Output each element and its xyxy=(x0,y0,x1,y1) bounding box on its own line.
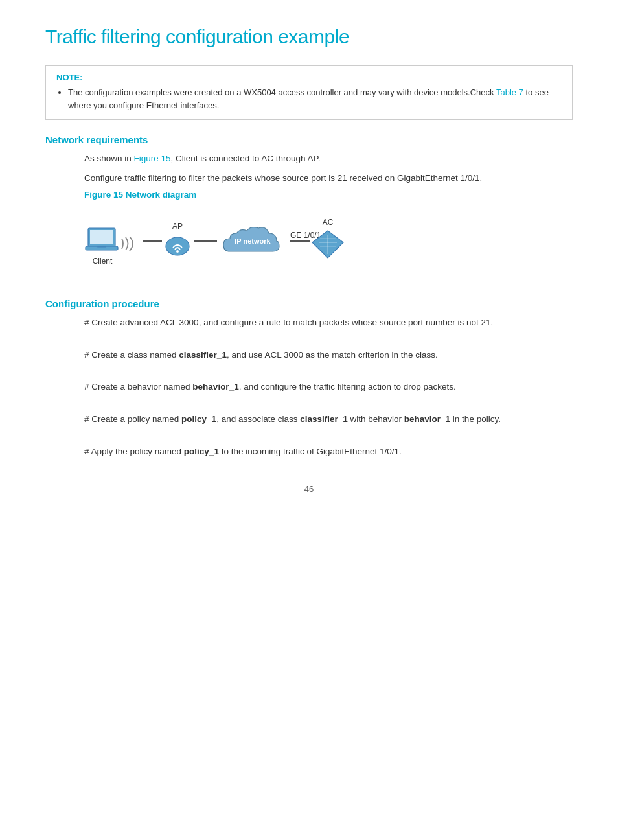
cloud-group: IP network xyxy=(217,223,288,259)
ip-network-cloud-icon: IP network xyxy=(217,223,288,259)
ap-icon xyxy=(163,233,192,258)
step4-bold1: policy_1 xyxy=(181,414,216,424)
table7-link[interactable]: Table 7 xyxy=(496,88,523,97)
step4-after: in the policy. xyxy=(450,414,501,424)
client-group: Client xyxy=(84,227,120,266)
ac-group: AC xyxy=(311,218,345,259)
page-title: Traffic filtering configuration example xyxy=(45,26,573,48)
step3-after: , and configure the traffic filtering ac… xyxy=(239,382,456,391)
step3-before: # Create a behavior named xyxy=(84,382,192,391)
network-requirements-heading: Network requirements xyxy=(45,134,573,145)
ap-group: AP xyxy=(163,222,192,258)
ac-label: AC xyxy=(323,218,334,227)
configuration-procedure-section: Configuration procedure # Create advance… xyxy=(45,298,573,458)
note-item: The configuration examples were created … xyxy=(68,86,562,111)
note-box: NOTE: The configuration examples were cr… xyxy=(45,65,573,120)
client-label: Client xyxy=(93,257,113,266)
step4-middle: , and associate class xyxy=(216,414,300,424)
step2-before: # Create a class named xyxy=(84,350,179,360)
note-label: NOTE: xyxy=(56,73,562,82)
configuration-procedure-body: # Create advanced ACL 3000, and configur… xyxy=(45,316,573,458)
step4-middle2: with behavior xyxy=(348,414,404,424)
ac-icon xyxy=(311,229,345,259)
config-step-2: # Create a class named classifier_1, and… xyxy=(84,348,573,362)
note-text-before: The configuration examples were created … xyxy=(68,88,496,97)
figure15-link[interactable]: Figure 15 xyxy=(134,154,171,163)
page-number: 46 xyxy=(45,484,573,494)
step2-bold1: classifier_1 xyxy=(179,350,227,360)
para2: Configure traffic filtering to filter th… xyxy=(84,171,573,185)
step5-bold1: policy_1 xyxy=(184,447,219,456)
step2-after: , and use ACL 3000 as the match criterio… xyxy=(227,350,438,360)
config-step-5: # Apply the policy named policy_1 to the… xyxy=(84,445,573,459)
para1: As shown in Figure 15, Client is connect… xyxy=(84,152,573,166)
config-step-4: # Create a policy named policy_1, and as… xyxy=(84,412,573,426)
wifi-waves-icon xyxy=(119,231,139,251)
step4-bold3: behavior_1 xyxy=(404,414,450,424)
line-client-ap xyxy=(143,240,162,242)
configuration-procedure-heading: Configuration procedure xyxy=(45,298,573,309)
title-divider xyxy=(45,56,573,56)
para1-before: As shown in xyxy=(84,154,134,163)
line-cloud-ac xyxy=(290,240,310,242)
figure-label: Figure 15 Network diagram xyxy=(84,190,573,200)
para1-after: , Client is connected to AC through AP. xyxy=(171,154,321,163)
step5-before: # Apply the policy named xyxy=(84,447,184,456)
network-diagram: Client AP xyxy=(84,207,573,285)
step3-bold1: behavior_1 xyxy=(192,382,238,391)
line-ap-cloud xyxy=(194,240,217,242)
step5-after: to the incoming traffic of GigabitEthern… xyxy=(219,447,402,456)
config-step-3: # Create a behavior named behavior_1, an… xyxy=(84,380,573,394)
svg-rect-1 xyxy=(90,230,113,244)
note-list: The configuration examples were created … xyxy=(56,86,562,111)
ap-label: AP xyxy=(172,222,183,231)
svg-point-5 xyxy=(176,250,179,253)
svg-text:IP network: IP network xyxy=(235,237,271,245)
svg-rect-3 xyxy=(97,246,106,248)
network-requirements-body: As shown in Figure 15, Client is connect… xyxy=(45,152,573,285)
step4-before: # Create a policy named xyxy=(84,414,181,424)
config-step-1: # Create advanced ACL 3000, and configur… xyxy=(84,316,573,330)
laptop-icon xyxy=(84,227,120,255)
step4-bold2: classifier_1 xyxy=(300,414,348,424)
network-requirements-section: Network requirements As shown in Figure … xyxy=(45,134,573,285)
